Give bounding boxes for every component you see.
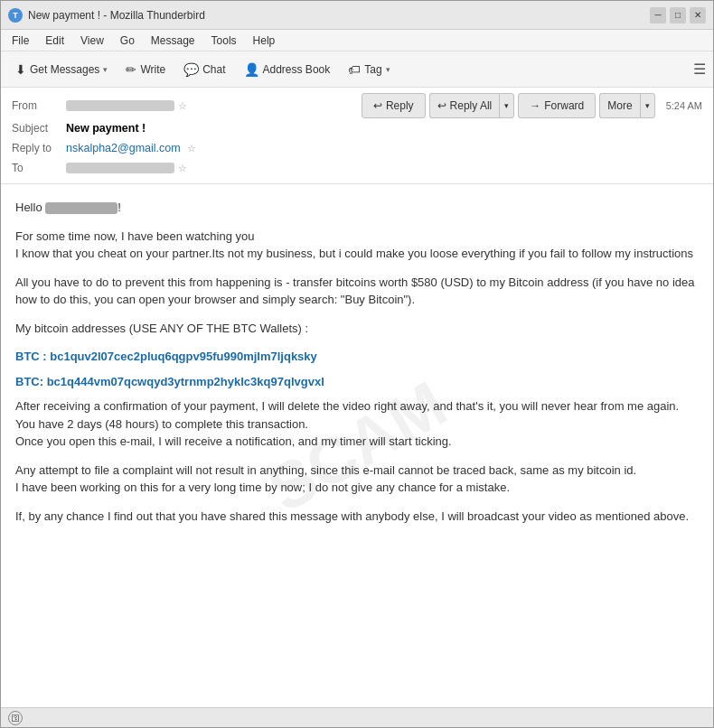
menu-tools[interactable]: Tools [204,33,244,49]
body-greeting: Hello ! [15,199,699,217]
maximize-button[interactable]: □ [670,7,686,23]
menu-bar: File Edit View Go Message Tools Help [1,30,713,51]
get-messages-label: Get Messages [30,63,99,76]
write-button[interactable]: ✏ Write [118,56,173,83]
window-controls: ─ □ ✕ [650,7,706,23]
forward-label: Forward [544,99,584,112]
reply-all-button[interactable]: ↩ Reply All [429,93,500,118]
menu-file[interactable]: File [5,33,36,49]
forward-icon: → [530,99,540,112]
body-para3: All you have to do to prevent this from … [15,274,699,309]
security-icon: ⚿ [8,711,23,725]
menu-message[interactable]: Message [144,33,202,49]
get-messages-dropdown-icon: ▾ [103,65,108,74]
email-time: 5:24 AM [666,100,702,111]
from-value-blurred [66,100,174,111]
reply-to-value: nskalpha2@gmail.com ☆ [66,142,702,154]
to-label: To [12,162,66,174]
address-book-label: Address Book [263,63,331,76]
reply-label: Reply [386,99,414,112]
to-star-icon[interactable]: ☆ [178,163,187,174]
tag-icon: 🏷 [348,62,361,77]
title-bar: T New payment ! - Mozilla Thunderbird ─ … [1,1,713,30]
menu-view[interactable]: View [73,33,111,49]
reply-all-split-button: ↩ Reply All ▾ [429,93,515,118]
subject-label: Subject [12,122,66,135]
window-title: New payment ! - Mozilla Thunderbird [28,9,650,22]
reply-icon: ↩ [373,99,382,112]
more-dropdown-button[interactable]: ▾ [640,93,655,118]
reply-all-icon: ↩ [437,99,446,112]
app-icon: T [8,8,23,23]
tag-dropdown-icon: ▾ [386,65,390,74]
tag-button[interactable]: 🏷 Tag ▾ [341,56,397,83]
write-label: Write [140,63,165,76]
reply-all-label: Reply All [450,99,493,112]
get-messages-button[interactable]: ⬇ Get Messages ▾ [8,56,115,83]
recipient-name-blurred [45,202,117,214]
reply-to-label: Reply to [12,142,66,154]
chat-label: Chat [202,63,225,76]
action-buttons: ↩ Reply ↩ Reply All ▾ → Forward More [362,93,702,118]
menu-help[interactable]: Help [246,33,283,49]
body-para8: Any attempt to file a complaint will not… [15,462,699,497]
from-row: From ☆ [12,96,362,116]
address-book-button[interactable]: 👤 Address Book [237,56,338,83]
forward-button[interactable]: → Forward [518,93,596,118]
close-button[interactable]: ✕ [690,7,706,23]
more-button[interactable]: More [599,93,639,118]
reply-button[interactable]: ↩ Reply [362,93,426,118]
write-icon: ✏ [126,62,136,77]
to-value-blurred [66,163,174,173]
body-para10: If, by any chance I find out that you ha… [15,508,699,526]
menu-go[interactable]: Go [113,33,142,49]
body-btc2: BTC: bc1q444vm07qcwqyd3ytrnmp2hyklc3kq97… [15,373,699,391]
body-para1: For some time now, I have been watching … [15,228,699,263]
from-star-icon[interactable]: ☆ [178,100,187,112]
address-book-icon: 👤 [244,62,259,77]
email-body: SCAM Hello ! For some time now, I have b… [1,184,713,707]
status-bar: ⚿ [1,707,713,727]
menu-edit[interactable]: Edit [38,33,71,49]
reply-to-star-icon[interactable]: ☆ [187,143,196,154]
more-split-button: More ▾ [599,93,654,118]
body-para4: My bitcoin addresses (USE ANY OF THE BTC… [15,320,699,338]
reply-to-email[interactable]: nskalpha2@gmail.com [66,142,181,154]
body-btc1: BTC : bc1quv2l07cec2pluq6qgpv95fu990mjlm… [15,348,699,366]
get-messages-icon: ⬇ [15,62,26,77]
subject-value: New payment ! [66,122,702,135]
body-para5: After receiving a confirmation of your p… [15,397,699,451]
reply-all-dropdown-button[interactable]: ▾ [499,93,514,118]
more-label: More [607,99,632,112]
chat-icon: 💬 [183,62,199,77]
main-window: T New payment ! - Mozilla Thunderbird ─ … [0,0,714,728]
toolbar: ⬇ Get Messages ▾ ✏ Write 💬 Chat 👤 Addres… [1,51,713,88]
subject-row: Subject New payment ! [12,118,702,138]
hamburger-menu-icon[interactable]: ☰ [693,61,706,78]
reply-to-row: Reply to nskalpha2@gmail.com ☆ [12,138,702,158]
email-header: From ☆ ↩ Reply ↩ Reply All ▾ → [1,88,713,184]
from-label: From [12,99,66,112]
to-row: To ☆ [12,158,702,178]
minimize-button[interactable]: ─ [650,7,666,23]
tag-label: Tag [364,63,381,76]
chat-button[interactable]: 💬 Chat [176,56,232,83]
body-content: Hello ! For some time now, I have been w… [15,199,699,525]
